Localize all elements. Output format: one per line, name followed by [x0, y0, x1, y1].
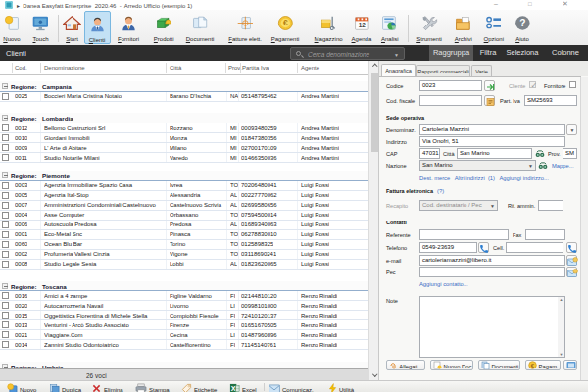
svg-text:€: €: [283, 18, 288, 27]
svg-text:?: ?: [519, 18, 525, 28]
svg-text:X: X: [231, 384, 236, 392]
svg-text:12: 12: [358, 22, 366, 28]
